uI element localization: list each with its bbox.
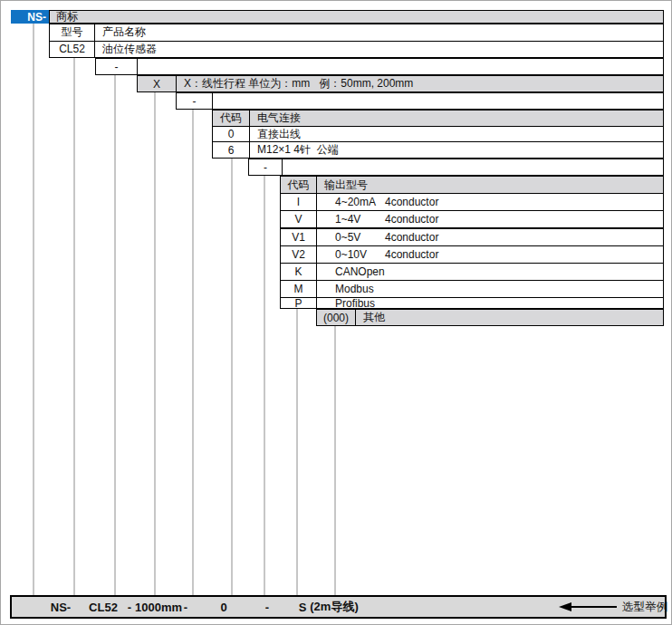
connector-line-stroke — [154, 92, 156, 595]
output-value: CANOpen — [335, 265, 385, 278]
output-desc: Modbus — [317, 281, 663, 297]
stroke-code: X — [138, 76, 177, 91]
output-row-v2: V2 0~10V4conductor — [281, 245, 663, 263]
separator-dash: - — [96, 59, 138, 74]
other-row: (000) 其他 — [316, 309, 664, 326]
output-value: 4~20mA — [335, 196, 385, 208]
output-table: 代码 输出型号 I 4~20mA4conductor V 1~4V4conduc… — [280, 176, 664, 309]
electrical-header: 代码 电气连接 — [213, 111, 663, 126]
example-item-model: CL52 — [89, 601, 118, 614]
electrical-row: 0 直接出线 — [213, 126, 663, 142]
output-value: 1~4V — [335, 213, 385, 226]
empty-cell — [138, 59, 663, 74]
connector-line-sep3 — [264, 176, 265, 595]
separator-row-3: - — [248, 159, 664, 176]
output-row-k: K CANOpen — [281, 263, 663, 280]
product-name: 油位传感器 — [95, 42, 663, 58]
output-desc: 0~10V4conductor — [317, 246, 663, 263]
electrical-code: 0 — [213, 127, 250, 142]
electrical-header-label: 电气连接 — [250, 111, 663, 126]
example-item-electrical: 0 — [220, 601, 226, 614]
output-header-code: 代码 — [281, 177, 317, 193]
connector-line-other — [334, 326, 336, 595]
connector-line-brand — [33, 24, 34, 595]
left-arrow-icon — [559, 602, 617, 611]
example-item-dash: - — [184, 601, 187, 614]
separator-row-2: - — [176, 92, 664, 110]
model-header-name: 产品名称 — [95, 24, 663, 41]
connector-line-sep1 — [114, 75, 116, 595]
output-row-v1: V1 0~5V4conductor — [281, 227, 663, 245]
brand-code-box: NS- — [11, 10, 49, 24]
other-label: 其他 — [356, 310, 663, 325]
output-code: K — [281, 264, 317, 280]
output-row-m: M Modbus — [281, 280, 663, 297]
model-table: 型号 产品名称 CL52 油位传感器 — [49, 24, 664, 58]
example-caption: 选型举例 — [622, 600, 667, 615]
stroke-desc: X：线性行程 单位为：mm 例：50mm, 200mm — [177, 76, 663, 91]
output-desc: 0~5V4conductor — [317, 229, 663, 245]
output-value: 0~5V — [335, 231, 385, 244]
output-suffix: 4conductor — [385, 248, 438, 261]
empty-cell — [213, 93, 663, 109]
output-header: 代码 输出型号 — [281, 177, 663, 193]
output-code: V — [281, 211, 317, 227]
example-item-brand: NS- — [51, 601, 71, 614]
output-code: I — [281, 194, 317, 210]
separator-dash: - — [249, 159, 283, 175]
example-item-stroke: 1000mm — [135, 601, 182, 614]
electrical-table: 代码 电气连接 0 直接出线 6 M12×1 4针 公端 — [212, 110, 664, 159]
other-code: (000) — [317, 310, 356, 325]
output-code: V2 — [281, 246, 317, 263]
connector-line-output — [296, 309, 298, 595]
output-row-i: I 4~20mA4conductor — [281, 193, 663, 210]
example-item-dash: - — [128, 601, 131, 614]
model-table-row: CL52 油位传感器 — [50, 41, 663, 58]
output-value: 0~10V — [335, 248, 385, 261]
separator-row-1: - — [95, 58, 664, 75]
connector-line-sep2 — [192, 110, 194, 595]
electrical-code: 6 — [213, 142, 250, 158]
output-value: Profibus — [335, 297, 375, 310]
output-desc: CANOpen — [317, 264, 663, 280]
output-desc: 1~4V4conductor — [317, 211, 663, 227]
output-header-label: 输出型号 — [317, 177, 663, 193]
example-bar: NS- CL52 - 1000mm - 0 - S (2m导线) 选型举例 — [10, 595, 667, 619]
empty-cell — [283, 159, 663, 175]
electrical-header-code: 代码 — [213, 111, 250, 126]
output-desc: 4~20mA4conductor — [317, 194, 663, 210]
output-value: Modbus — [335, 283, 374, 295]
output-code: P — [281, 298, 317, 308]
output-suffix: 4conductor — [385, 213, 438, 226]
separator-dash: - — [177, 93, 213, 109]
model-table-header: 型号 产品名称 — [50, 24, 663, 41]
brand-label: 商标 — [50, 9, 663, 24]
output-row-v: V 1~4V4conductor — [281, 210, 663, 227]
electrical-desc: M12×1 4针 公端 — [250, 142, 663, 158]
electrical-row: 6 M12×1 4针 公端 — [213, 141, 663, 158]
electrical-desc: 直接出线 — [250, 127, 663, 142]
brand-code: NS- — [27, 11, 46, 24]
example-item-note: (2m导线) — [310, 599, 358, 615]
output-suffix: 4conductor — [385, 231, 438, 244]
arrow-head — [559, 602, 571, 611]
connector-line-electrical — [231, 159, 233, 595]
output-desc: Profibus — [317, 298, 663, 308]
model-code: CL52 — [50, 42, 95, 58]
output-suffix: 4conductor — [385, 196, 438, 208]
brand-label-row: 商标 — [49, 10, 664, 24]
output-row-p: P Profibus — [281, 297, 663, 308]
output-code: M — [281, 281, 317, 297]
example-item-dash: - — [265, 601, 269, 614]
output-code: V1 — [281, 229, 317, 245]
stroke-row: X X：线性行程 单位为：mm 例：50mm, 200mm — [137, 75, 664, 92]
connector-line-model — [73, 58, 75, 595]
model-code-diagram: NS- 商标 型号 产品名称 CL52 油位传感器 - X X：线性行程 单位为… — [0, 0, 672, 625]
example-item-output: S — [299, 601, 307, 614]
model-header-code: 型号 — [50, 24, 95, 41]
arrow-shaft — [571, 606, 617, 608]
